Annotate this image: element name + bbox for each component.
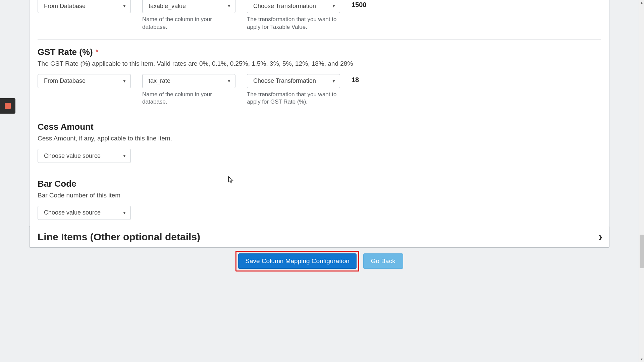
mapping-panel: From Database ▼ taxable_value ▼ Name of … xyxy=(29,0,609,232)
chevron-down-icon: ▼ xyxy=(122,79,126,83)
field-description: Cess Amount, if any, applicable to this … xyxy=(38,134,601,143)
required-star: * xyxy=(95,47,99,57)
chevron-down-icon: ▼ xyxy=(122,4,126,8)
field-title-text: GST Rate (%) xyxy=(38,47,93,57)
chevron-down-icon: ▼ xyxy=(332,4,336,8)
field-description: The GST Rate (%) applicable to this item… xyxy=(38,59,601,68)
select-value: Choose value source xyxy=(44,209,101,216)
column-helper-text: Name of the column in your database. xyxy=(142,16,235,31)
field-title: GST Rate (%) * xyxy=(38,47,601,57)
scroll-up-button[interactable]: ▲ xyxy=(639,0,644,5)
transform-helper-text: The transformation that you want to appl… xyxy=(247,16,340,31)
vertical-scrollbar[interactable]: ▲ ▼ xyxy=(639,0,644,362)
gst-rate-transform-select[interactable]: Choose Transformation ▼ xyxy=(247,74,340,88)
accordion-title: Line Items (Other optional details) xyxy=(38,231,200,243)
chevron-down-icon: ▼ xyxy=(122,154,126,158)
chevron-down-icon: ▼ xyxy=(122,210,126,215)
field-title: Cess Amount xyxy=(38,122,601,132)
go-back-button[interactable]: Go Back xyxy=(363,253,403,269)
field-description: Bar Code number of this item xyxy=(38,191,601,200)
gst-rate-column-select[interactable]: tax_rate ▼ xyxy=(142,74,235,88)
chevron-down-icon: ▼ xyxy=(332,79,336,83)
taxable-value-column-select[interactable]: taxable_value ▼ xyxy=(142,0,235,13)
field-block-bar-code: Bar Code Bar Code number of this item Ch… xyxy=(38,171,601,222)
field-block-cess-amount: Cess Amount Cess Amount, if any, applica… xyxy=(38,114,601,171)
gst-rate-preview: 18 xyxy=(352,76,359,84)
save-configuration-button[interactable]: Save Column Mapping Configuration xyxy=(238,253,357,269)
taxable-value-preview: 1500 xyxy=(352,1,367,9)
column-helper-text: Name of the column in your database. xyxy=(142,91,235,106)
chevron-down-icon: ▼ xyxy=(227,79,231,83)
gst-rate-source-select[interactable]: From Database ▼ xyxy=(38,74,131,88)
highlight-annotation: Save Column Mapping Configuration xyxy=(235,251,359,272)
action-button-row: Save Column Mapping Configuration Go Bac… xyxy=(29,251,609,272)
select-value: Choose Transformation xyxy=(253,77,316,84)
transform-helper-text: The transformation that you want to appl… xyxy=(247,91,340,106)
select-value: Choose Transformation xyxy=(253,3,316,10)
taxable-value-source-select[interactable]: From Database ▼ xyxy=(38,0,131,13)
chevron-right-icon: › xyxy=(598,231,602,243)
cess-amount-source-select[interactable]: Choose value source ▼ xyxy=(38,149,131,163)
select-value: taxable_value xyxy=(149,3,186,10)
field-block-taxable-value: From Database ▼ taxable_value ▼ Name of … xyxy=(38,0,601,40)
taxable-value-transform-select[interactable]: Choose Transformation ▼ xyxy=(247,0,340,13)
chevron-down-icon: ▼ xyxy=(227,4,231,8)
scrollbar-thumb[interactable] xyxy=(640,235,644,268)
accordion-line-items-optional[interactable]: Line Items (Other optional details) › xyxy=(29,226,609,248)
scroll-down-button[interactable]: ▼ xyxy=(639,357,644,362)
side-handle[interactable] xyxy=(0,98,15,114)
field-block-gst-rate: GST Rate (%) * The GST Rate (%) applicab… xyxy=(38,40,601,115)
record-icon xyxy=(5,103,11,109)
select-value: From Database xyxy=(44,77,86,84)
bar-code-source-select[interactable]: Choose value source ▼ xyxy=(38,206,131,220)
select-value: From Database xyxy=(44,3,86,10)
field-title: Bar Code xyxy=(38,179,601,189)
select-value: tax_rate xyxy=(149,77,170,84)
select-value: Choose value source xyxy=(44,153,101,160)
